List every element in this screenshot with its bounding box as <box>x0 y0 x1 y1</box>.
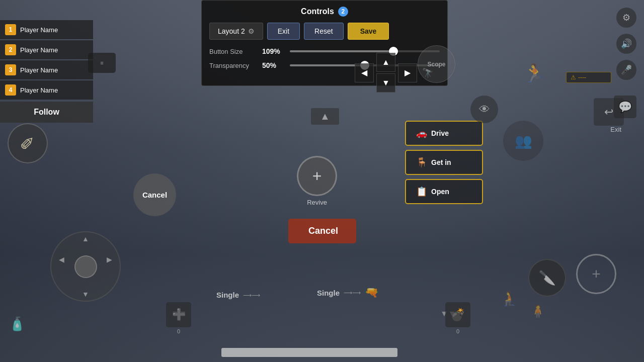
reset-button[interactable]: Reset <box>304 23 344 40</box>
chevron-up-button[interactable]: ▲ <box>311 108 339 125</box>
player-item-3[interactable]: 3 Player Name <box>0 60 93 79</box>
dpad-down[interactable]: ▼ <box>376 73 395 93</box>
joystick-knob[interactable] <box>74 255 97 278</box>
top-right-icons: ⚙ 🔊 🎤 <box>609 0 644 87</box>
exit-button[interactable]: Exit <box>267 23 300 40</box>
joystick-left-arrow: ◀ <box>59 255 64 278</box>
sprint-icon[interactable]: ≡ <box>88 53 116 73</box>
dpad-up[interactable]: ▲ <box>376 53 395 72</box>
button-size-value: 109% <box>262 47 285 55</box>
dpad-right[interactable]: ▶ <box>398 63 417 82</box>
layout-button[interactable]: Layout 2 ⚙ <box>209 23 263 40</box>
joystick[interactable]: ▲ ◀ ▶ ▼ <box>50 231 121 302</box>
dpad-center: ▲ ▼ <box>376 53 395 93</box>
first-aid-icon: ➕ <box>166 302 191 327</box>
knife-circle[interactable]: 🔪 <box>528 259 566 297</box>
grenade-button[interactable]: 💣 0 <box>445 302 470 334</box>
people-icon[interactable]: 👥 <box>503 121 543 161</box>
first-aid-button[interactable]: ➕ 0 <box>166 302 191 334</box>
exit-arrow-icon: ↩ <box>604 106 613 119</box>
dpad-left[interactable]: ◀ <box>355 63 374 82</box>
open-icon: 📋 <box>416 186 427 197</box>
grenade-count: 0 <box>456 328 459 334</box>
joystick-right-arrow: ▶ <box>107 255 112 278</box>
drive-label: Drive <box>431 129 449 137</box>
player-item-1[interactable]: 1 Player Name <box>0 20 93 39</box>
open-button[interactable]: 📋 Open <box>405 179 483 204</box>
player-item-4[interactable]: 4 Player Name <box>0 80 93 100</box>
revive-plus-icon: + <box>312 168 322 184</box>
player-badge-4: 4 <box>5 84 16 96</box>
scope-label: Scope <box>427 61 445 68</box>
weapon-circle[interactable]: ✏ <box>8 123 48 163</box>
button-size-label: Button Size <box>209 48 257 55</box>
bullet-icon: ✏ <box>15 131 41 156</box>
weapon-arrows-2: ⟶⟶ <box>344 289 361 296</box>
player-name-3: Player Name <box>20 66 58 74</box>
warning-icon: ⚠ <box>571 74 576 81</box>
weapon-name-2: Single <box>317 289 340 297</box>
exit-top-right-label[interactable]: Exit <box>610 126 621 133</box>
controls-badge: 2 <box>338 7 348 17</box>
player-badge-1: 1 <box>5 24 16 35</box>
joystick-arrows: ▲ ◀ ▶ ▼ <box>51 232 120 301</box>
follow-button[interactable]: Follow <box>0 102 93 123</box>
crosshair[interactable] <box>576 254 616 294</box>
health-bar <box>221 348 397 357</box>
open-label: Open <box>431 188 449 196</box>
weapon-slot-1[interactable]: Single ⟶⟶ <box>216 291 260 299</box>
volume-icon[interactable]: 🔊 <box>616 34 636 54</box>
eye-scope-icon[interactable]: 👁 <box>470 96 498 123</box>
run-icon[interactable]: 🏃 <box>523 63 546 84</box>
layout-label: Layout 2 <box>218 27 245 35</box>
first-aid-count: 0 <box>177 328 180 334</box>
revive-container: + Revive <box>297 156 337 206</box>
transparency-value: 50% <box>262 61 285 69</box>
chat-icon[interactable]: 💬 <box>614 96 636 118</box>
cancel-center-button[interactable]: Cancel <box>288 219 356 243</box>
weapon-arrows-1: ⟶⟶ <box>243 292 260 299</box>
vehicle-buttons: 🚗 Drive 🪑 Get in 📋 Open <box>405 121 483 204</box>
notification-text: ---- <box>578 74 586 81</box>
joystick-up-arrow: ▲ <box>82 235 89 243</box>
get-in-label: Get in <box>431 158 451 166</box>
player-item-2[interactable]: 2 Player Name <box>0 40 93 59</box>
player-name-2: Player Name <box>20 46 58 54</box>
joystick-down-arrow: ▼ <box>82 290 89 298</box>
weapon-name-1: Single <box>216 291 239 299</box>
mic-icon[interactable]: 🎤 <box>616 60 636 80</box>
drive-button[interactable]: 🚗 Drive <box>405 121 483 146</box>
transparency-label: Transparency <box>209 62 257 69</box>
prone-icon[interactable]: 🧎 <box>501 290 518 307</box>
player-list: 1 Player Name 2 Player Name 3 Player Nam… <box>0 20 93 123</box>
cancel-left-button[interactable]: Cancel <box>133 173 176 216</box>
get-in-button[interactable]: 🪑 Get in <box>405 150 483 175</box>
drive-icon: 🚗 <box>416 128 427 139</box>
get-in-icon: 🪑 <box>416 157 427 168</box>
player-name-4: Player Name <box>20 86 58 94</box>
gear-icon: ⚙ <box>248 27 255 35</box>
save-button[interactable]: Save <box>348 23 389 40</box>
joystick-side-arrows: ◀ ▶ <box>54 255 117 278</box>
flask-icon[interactable]: 🧴 <box>9 316 25 332</box>
controls-title: Controls <box>301 7 334 16</box>
player-badge-2: 2 <box>5 44 16 55</box>
player-name-1: Player Name <box>20 26 58 34</box>
crouch-icon[interactable]: 🧍 <box>530 304 546 319</box>
grenade-icon: 💣 <box>445 302 470 327</box>
notification-bar: ⚠ ---- <box>566 72 611 83</box>
weapon-slot-2[interactable]: Single ⟶⟶ 🔫 <box>317 286 378 299</box>
button-size-slider[interactable] <box>290 50 440 52</box>
scope-button[interactable]: Scope <box>418 45 455 83</box>
player-badge-3: 3 <box>5 64 16 75</box>
revive-button[interactable]: + <box>297 156 337 196</box>
pistol-icon: 🔫 <box>365 286 378 299</box>
sprint-icon-symbol: ≡ <box>100 60 103 66</box>
revive-label: Revive <box>307 199 327 206</box>
settings-icon[interactable]: ⚙ <box>616 8 636 28</box>
